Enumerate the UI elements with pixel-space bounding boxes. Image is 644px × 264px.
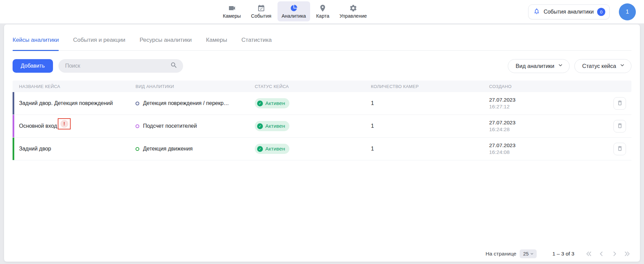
- trash-icon: [617, 123, 623, 130]
- status-badge: ✓ Активен: [255, 121, 289, 131]
- first-page-button[interactable]: [585, 250, 593, 258]
- filter-label: Статус кейса: [582, 63, 616, 69]
- nav-item-events[interactable]: События: [247, 1, 275, 21]
- analytics-type-icon: [136, 124, 139, 128]
- case-name: Задний двор: [19, 146, 51, 152]
- nav-item-cameras[interactable]: Камеры: [219, 1, 245, 21]
- prev-page-button[interactable]: [597, 250, 606, 258]
- tab-analytics-cases[interactable]: Кейсы аналитики: [13, 37, 59, 50]
- content-panel: Кейсы аналитики События и реакции Ресурс…: [4, 24, 640, 262]
- section-tabs: Кейсы аналитики События и реакции Ресурс…: [13, 24, 631, 51]
- case-name: Основной вход: [19, 123, 57, 129]
- delete-button[interactable]: [613, 120, 626, 133]
- nav-label: Карта: [316, 13, 329, 19]
- camera-count: 1: [371, 123, 489, 129]
- delete-button[interactable]: [613, 143, 626, 155]
- pagination-range: 1 – 3 of 3: [552, 251, 574, 257]
- created-time: 16:24:28: [489, 126, 605, 133]
- delete-button[interactable]: [613, 97, 626, 110]
- created-time: 16:27:12: [489, 103, 605, 110]
- nav-label: Камеры: [223, 13, 241, 19]
- created-time: 16:24:08: [489, 149, 605, 156]
- trash-icon: [617, 100, 623, 107]
- alert-annotation: !: [58, 118, 71, 129]
- filter-analytics-type[interactable]: Вид аналитики: [508, 59, 570, 73]
- analytics-events-label: События аналитики: [543, 9, 594, 15]
- filter-label: Вид аналитики: [516, 63, 554, 69]
- table-row[interactable]: Задний двор ! Детекция движения ✓ Активе…: [13, 138, 631, 160]
- tab-statistics[interactable]: Статистика: [242, 37, 272, 50]
- check-icon: ✓: [257, 123, 263, 129]
- check-icon: ✓: [257, 146, 263, 152]
- pagination: На странице 25 1 – 3 of 3: [485, 249, 631, 259]
- status-text: Активен: [265, 100, 285, 106]
- analytics-type: Детекция повреждения / перекр…: [143, 100, 229, 106]
- column-header-status: Статус кейса: [255, 84, 371, 89]
- toolbar: Добавить Вид аналитики Статус кейса: [13, 59, 631, 73]
- row-accent-bar: [13, 138, 14, 160]
- last-page-button[interactable]: [623, 250, 631, 258]
- chevron-down-icon: [530, 252, 534, 256]
- trash-icon: [617, 145, 623, 153]
- status-text: Активен: [265, 123, 285, 129]
- avatar[interactable]: 1: [619, 3, 636, 20]
- column-header-created: Создано: [489, 84, 605, 89]
- search-input[interactable]: [65, 63, 170, 69]
- tab-analytics-resources[interactable]: Ресурсы аналитики: [140, 37, 192, 50]
- settings-icon: [349, 4, 358, 13]
- cases-table: Название кейса Вид аналитики Статус кейс…: [13, 81, 631, 160]
- nav-label: Управление: [339, 13, 367, 19]
- created-date: 27.07.2023: [489, 96, 605, 103]
- nav-label: События: [251, 13, 271, 19]
- events-icon: [257, 4, 266, 13]
- nav-label: Аналитика: [282, 13, 306, 19]
- nav-item-management[interactable]: Управление: [335, 1, 371, 21]
- chevron-down-icon: [620, 63, 625, 69]
- analytics-type-icon: [136, 102, 139, 105]
- status-badge: ✓ Активен: [255, 98, 289, 108]
- case-name: Задний двор. Детекция повреждений: [19, 100, 113, 106]
- add-button[interactable]: Добавить: [13, 59, 53, 73]
- next-page-button[interactable]: [610, 250, 619, 258]
- alert-icon: !: [60, 120, 68, 128]
- chevron-down-icon: [558, 63, 563, 69]
- map-icon: [318, 4, 327, 13]
- analytics-events-button[interactable]: События аналитики 0: [528, 4, 610, 19]
- main-nav: Камеры События Аналитика Карта Управлени…: [219, 1, 371, 21]
- column-header-type: Вид аналитики: [136, 84, 255, 89]
- check-icon: ✓: [257, 101, 263, 106]
- table-header: Название кейса Вид аналитики Статус кейс…: [13, 81, 631, 92]
- analytics-type: Подсчет посетителей: [143, 123, 197, 129]
- column-header-name: Название кейса: [13, 84, 136, 89]
- row-accent-bar: [13, 92, 14, 115]
- app-header: Камеры События Аналитика Карта Управлени…: [0, 0, 644, 24]
- camera-count: 1: [371, 100, 489, 106]
- status-badge: ✓ Активен: [255, 144, 289, 154]
- pager-buttons: [585, 250, 631, 258]
- table-row[interactable]: Задний двор. Детекция повреждений ! Дете…: [13, 92, 631, 115]
- camera-count: 1: [371, 146, 489, 152]
- per-page-select[interactable]: 25: [520, 249, 537, 258]
- created-date: 27.07.2023: [489, 119, 605, 126]
- bell-icon: [533, 8, 540, 16]
- filter-case-status[interactable]: Статус кейса: [574, 59, 631, 73]
- per-page-label: На странице: [485, 251, 516, 257]
- tab-cameras[interactable]: Камеры: [206, 37, 227, 50]
- per-page-value: 25: [523, 251, 529, 257]
- tab-events-reactions[interactable]: События и реакции: [73, 37, 125, 50]
- nav-item-analytics[interactable]: Аналитика: [278, 1, 310, 21]
- analytics-type-icon: [136, 147, 139, 151]
- analytics-icon: [289, 4, 298, 13]
- row-accent-bar: [13, 115, 14, 137]
- search-icon: [170, 61, 178, 70]
- created-date: 27.07.2023: [489, 142, 605, 149]
- analytics-type: Детекция движения: [143, 146, 193, 152]
- search-box[interactable]: [58, 59, 183, 73]
- nav-item-map[interactable]: Карта: [312, 1, 334, 21]
- camera-icon: [228, 4, 236, 13]
- notification-count-badge: 0: [597, 8, 605, 16]
- status-text: Активен: [265, 146, 285, 152]
- column-header-cameras: Количество камер: [371, 84, 489, 89]
- table-row[interactable]: Основной вход ! Подсчет посетителей ✓ Ак…: [13, 115, 631, 138]
